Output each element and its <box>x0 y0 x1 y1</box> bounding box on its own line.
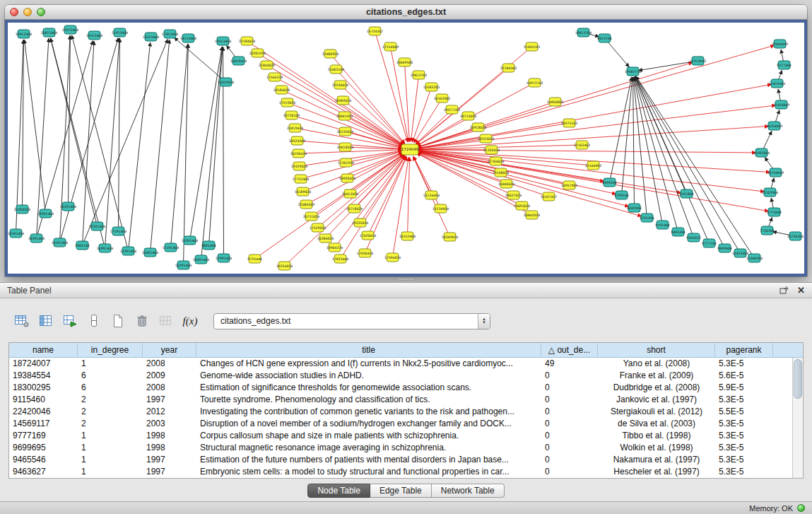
graph-node[interactable]: 19513404 <box>215 37 231 45</box>
graph-node[interactable]: 12154049 <box>382 42 399 51</box>
graph-node[interactable]: 16533024 <box>478 134 494 143</box>
graph-node[interactable]: 9777104 <box>702 239 717 247</box>
graph-node[interactable]: 17519024 <box>279 98 295 107</box>
graph-node[interactable]: 21063104 <box>328 65 344 74</box>
table-row[interactable]: 911546021997Tourette syndrome. Phenomeno… <box>9 394 792 406</box>
graph-node[interactable]: 15691404 <box>193 255 209 264</box>
graph-node[interactable]: 21844029 <box>259 61 275 69</box>
network-selector[interactable]: citations_edges.txt ▲▼ <box>213 313 490 329</box>
graph-node[interactable]: 20730109 <box>283 111 300 119</box>
graph-node[interactable]: 19577103 <box>444 105 460 114</box>
graph-node[interactable]: 22184024 <box>239 37 255 45</box>
graph-node[interactable]: 9277404 <box>777 61 792 69</box>
graph-node[interactable]: 16152404 <box>399 232 416 240</box>
graph-node[interactable]: 18904224 <box>326 243 343 252</box>
undock-panel-icon[interactable] <box>779 286 789 295</box>
tab-network-table[interactable]: Network Table <box>432 484 505 498</box>
graph-node[interactable]: 15134454 <box>423 191 440 199</box>
graph-node[interactable]: 19618024 <box>337 143 353 151</box>
graph-node[interactable]: 18184028 <box>273 86 290 94</box>
graph-node[interactable]: 17813404 <box>162 30 178 38</box>
graph-node[interactable]: 18613704 <box>575 28 592 37</box>
graph-node[interactable]: 19613703 <box>411 71 427 79</box>
graph-node[interactable]: 20731024 <box>303 212 319 221</box>
graph-node[interactable]: 16909024 <box>335 96 351 105</box>
graph-node[interactable]: 7730304 <box>760 226 775 235</box>
graph-node[interactable]: 12103504 <box>762 188 778 197</box>
graph-node[interactable]: 16189024 <box>295 187 311 196</box>
graph-node[interactable]: 9699604 <box>717 244 732 252</box>
graph-node[interactable]: 14957903 <box>561 181 577 189</box>
graph-node[interactable]: 17544378 <box>266 73 283 81</box>
close-panel-icon[interactable]: ✕ <box>797 285 805 296</box>
graph-node[interactable]: 18391404 <box>28 234 45 243</box>
graph-node[interactable]: 17191404 <box>110 227 126 235</box>
graph-node[interactable]: 19313404 <box>62 25 78 34</box>
table-rows-button[interactable] <box>83 311 105 331</box>
graph-node[interactable]: 11415404 <box>769 79 785 88</box>
graph-node[interactable]: 16254024 <box>276 262 293 270</box>
graph-node[interactable]: 16046024 <box>498 180 514 188</box>
graph-node[interactable]: 10091404 <box>142 248 158 257</box>
graph-node[interactable]: 16313404 <box>86 31 102 40</box>
graph-node[interactable]: 17625440 <box>332 255 348 263</box>
graph-node[interactable]: 10973743 <box>526 78 543 87</box>
table-row[interactable]: 1456911722003Disruption of a novel membe… <box>9 418 792 430</box>
graph-node[interactable]: 18637024 <box>505 191 522 199</box>
new-table-button[interactable] <box>107 311 129 331</box>
graph-node[interactable]: 16191404 <box>8 229 24 238</box>
graph-node[interactable]: 22184503 <box>500 64 517 72</box>
graph-node[interactable]: 8039904 <box>627 204 642 212</box>
table-edit-button[interactable] <box>59 311 81 331</box>
graph-node[interactable]: 8613704 <box>597 34 612 42</box>
graph-node[interactable]: 11454049 <box>773 100 789 109</box>
graph-node[interactable]: 11191404 <box>163 243 179 252</box>
graph-node[interactable]: 21320424 <box>483 146 500 154</box>
column-header-out_degree[interactable]: △ out_de... <box>541 343 598 357</box>
graph-node[interactable]: 14154049 <box>766 122 782 130</box>
graph-node[interactable]: 22480924 <box>322 49 339 58</box>
graph-node[interactable]: 17529024 <box>310 223 326 232</box>
graph-node[interactable]: 9725440 <box>247 255 262 263</box>
graph-node[interactable]: 16991404 <box>97 244 113 252</box>
column-header-year[interactable]: year <box>143 343 196 357</box>
graph-node[interactable]: 16284024 <box>317 234 334 243</box>
column-header-pagerank[interactable]: pagerank <box>715 343 773 357</box>
table-vertical-scrollbar[interactable] <box>792 358 803 478</box>
graph-node[interactable]: 18912404 <box>16 30 32 38</box>
graph-node[interactable]: 8599204 <box>602 178 617 187</box>
graph-node[interactable]: 5905104 <box>75 241 90 250</box>
graph-node[interactable]: 18041924 <box>336 112 353 120</box>
graph-node[interactable]: 12991404 <box>216 254 232 262</box>
graph-node[interactable]: 20201924 <box>249 49 266 57</box>
graph-node[interactable]: 15583203 <box>423 83 440 91</box>
graph-node[interactable]: 20413024 <box>342 189 358 198</box>
graph-node[interactable]: 15313404 <box>143 33 159 41</box>
graph-node[interactable]: 12291404 <box>120 247 136 255</box>
graph-node[interactable]: 16019424 <box>230 57 247 65</box>
function-builder-button[interactable]: f(x) <box>180 311 201 331</box>
graph-node[interactable]: 17630424 <box>357 249 373 257</box>
network-window-titlebar[interactable]: citations_edges.txt <box>5 5 807 20</box>
table-row[interactable]: 2242004622012Investigating the contribut… <box>9 406 792 418</box>
column-header-name[interactable]: name <box>9 343 78 357</box>
graph-node[interactable]: 11544903 <box>585 161 601 170</box>
graph-node[interactable]: 10291404 <box>175 261 192 269</box>
graph-node[interactable]: 1724048 <box>401 144 419 155</box>
graph-node[interactable]: 10754049 <box>767 168 784 177</box>
graph-node[interactable]: 6799104 <box>614 191 629 199</box>
column-header-short[interactable]: short <box>598 343 715 357</box>
graph-node[interactable]: 16107427 <box>541 192 557 201</box>
graph-node[interactable]: 23019424 <box>287 124 303 132</box>
graph-node[interactable]: 15724307 <box>367 27 383 35</box>
graph-node[interactable]: 19148024 <box>493 168 509 177</box>
tab-node-table[interactable]: Node Table <box>307 484 370 498</box>
tab-edge-table[interactable]: Edge Table <box>370 484 432 498</box>
graph-node[interactable]: 17594024 <box>384 253 401 262</box>
graph-node[interactable]: 19591404 <box>37 209 54 218</box>
graph-node[interactable]: 18113404 <box>180 34 196 42</box>
table-row[interactable]: 977716911998Corpus callosum shape and si… <box>9 430 792 442</box>
graph-node[interactable]: 11046304 <box>746 254 763 262</box>
graph-node[interactable]: 18920424 <box>339 174 355 182</box>
graph-node[interactable]: 9191404 <box>655 221 670 229</box>
